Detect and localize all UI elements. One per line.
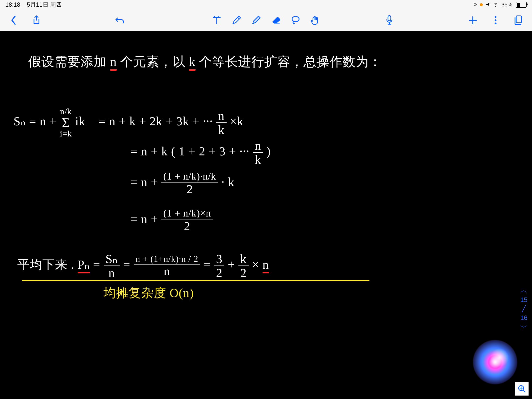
svg-point-4 bbox=[495, 23, 496, 24]
text: = n + bbox=[131, 212, 161, 226]
frac-den: k bbox=[218, 123, 225, 136]
lasso-tool-button[interactable] bbox=[289, 14, 302, 27]
text: = bbox=[93, 258, 104, 271]
frac-den: 2 bbox=[184, 219, 190, 232]
page-total: 16 bbox=[520, 313, 528, 322]
svg-rect-5 bbox=[516, 16, 521, 23]
note-eq-3: = n + (1 + n/k)·n/k2 · k bbox=[131, 171, 234, 195]
var-pn: Pₙ bbox=[78, 258, 90, 273]
more-button[interactable] bbox=[489, 14, 502, 27]
frac-num: n + (1+n/k)·n / 2 bbox=[134, 254, 200, 265]
status-bar: 18:18 5月11日 周四 ⟳ 35% bbox=[0, 0, 532, 9]
text: 假设需要添加 bbox=[28, 55, 110, 69]
add-button[interactable] bbox=[466, 14, 479, 27]
frac-den: k bbox=[255, 153, 261, 166]
frac-den: 2 bbox=[186, 183, 193, 195]
frac-den: n bbox=[108, 266, 115, 279]
svg-point-3 bbox=[495, 19, 496, 21]
note-eq-4: = n + (1 + n/k)×n2 bbox=[131, 208, 213, 232]
text: ×k bbox=[230, 114, 243, 128]
var-k: k bbox=[189, 55, 196, 71]
text: × bbox=[252, 258, 263, 271]
note-eq-2: = n + k ( 1 + 2 + 3 + ··· nk ) bbox=[131, 139, 271, 166]
note-eq-1: Sₙ = n + n/k Σ i=k ik = n + k + 2k + 3k … bbox=[14, 107, 243, 138]
text: ) bbox=[266, 144, 271, 158]
var-n: n bbox=[110, 55, 117, 71]
page-indicator[interactable]: ︿ 15 ╱ 16 ﹀ bbox=[520, 285, 528, 332]
battery-percent: 35% bbox=[501, 1, 512, 8]
page-down-icon[interactable]: ﹀ bbox=[520, 322, 528, 332]
highlighter-tool-button[interactable] bbox=[250, 14, 263, 27]
page-divider: ╱ bbox=[520, 304, 528, 313]
text: = n + k ( 1 + 2 + 3 + ··· bbox=[131, 144, 253, 158]
page-current: 15 bbox=[520, 295, 528, 304]
text: 个元素，以 bbox=[120, 55, 189, 69]
back-button[interactable] bbox=[7, 14, 20, 27]
frac-den: 2 bbox=[240, 266, 247, 279]
frac-num: 3 bbox=[214, 253, 224, 266]
pages-button[interactable] bbox=[512, 14, 525, 27]
frac-den: n bbox=[164, 265, 170, 277]
frac-num: k bbox=[238, 253, 249, 266]
text: = n + bbox=[131, 175, 161, 189]
frac-num: n bbox=[253, 139, 263, 153]
page-up-icon[interactable]: ︿ bbox=[520, 285, 528, 295]
wifi-icon bbox=[493, 2, 499, 7]
var-n: n bbox=[263, 258, 269, 273]
hand-tool-button[interactable] bbox=[309, 14, 322, 27]
undo-button[interactable] bbox=[113, 14, 126, 27]
recording-dot-icon bbox=[480, 3, 483, 6]
text: = bbox=[123, 258, 134, 271]
svg-rect-1 bbox=[388, 16, 391, 21]
frac-num: (1 + n/k)·n/k bbox=[161, 171, 218, 183]
text: 个等长进行扩容，总操作数为： bbox=[199, 55, 382, 69]
text: + bbox=[228, 258, 238, 271]
eraser-tool-button[interactable] bbox=[269, 14, 282, 27]
text: · k bbox=[221, 175, 234, 189]
share-button[interactable] bbox=[30, 14, 43, 27]
sigma-lower: i=k bbox=[60, 130, 72, 138]
yellow-underline bbox=[22, 280, 369, 281]
microphone-button[interactable] bbox=[383, 14, 396, 27]
frac-num: (1 + n/k)×n bbox=[161, 208, 213, 219]
status-date: 5月11日 周四 bbox=[27, 1, 62, 8]
status-right: ⟳ 35% bbox=[474, 1, 527, 8]
sigma-upper: n/k bbox=[60, 107, 71, 116]
zoom-button[interactable] bbox=[515, 382, 529, 396]
siri-button[interactable] bbox=[473, 340, 517, 384]
note-canvas[interactable]: 假设需要添加 n 个元素，以 k 个等长进行扩容，总操作数为： Sₙ = n +… bbox=[0, 31, 532, 399]
text-tool-button[interactable] bbox=[210, 14, 223, 27]
text: Sₙ = n + bbox=[14, 114, 60, 128]
status-time: 18:18 bbox=[5, 1, 20, 8]
frac-num: Sₙ bbox=[104, 253, 120, 266]
sync-icon: ⟳ bbox=[474, 2, 477, 7]
note-conclusion: 均摊复杂度 O(n) bbox=[103, 285, 194, 301]
note-line-1: 假设需要添加 n 个元素，以 k 个等长进行扩容，总操作数为： bbox=[28, 53, 382, 70]
sigma-icon: Σ bbox=[62, 116, 70, 130]
status-left: 18:18 5月11日 周四 bbox=[5, 1, 62, 9]
svg-point-0 bbox=[292, 17, 299, 22]
pen-tool-button[interactable] bbox=[230, 14, 243, 27]
text: ik bbox=[75, 114, 85, 128]
text: = bbox=[204, 258, 214, 271]
app-toolbar bbox=[0, 9, 532, 31]
note-avg-line: 平均下来 . Pₙ = Sₙn = n + (1+n/k)·n / 2n = 3… bbox=[17, 253, 269, 279]
text: 平均下来 . bbox=[17, 258, 78, 271]
frac-den: 2 bbox=[216, 266, 222, 279]
frac-num: n bbox=[216, 110, 227, 123]
text: = n + k + 2k + 3k + ··· bbox=[99, 114, 216, 128]
battery-icon bbox=[515, 2, 527, 8]
location-icon bbox=[485, 2, 490, 7]
svg-point-2 bbox=[495, 16, 496, 18]
